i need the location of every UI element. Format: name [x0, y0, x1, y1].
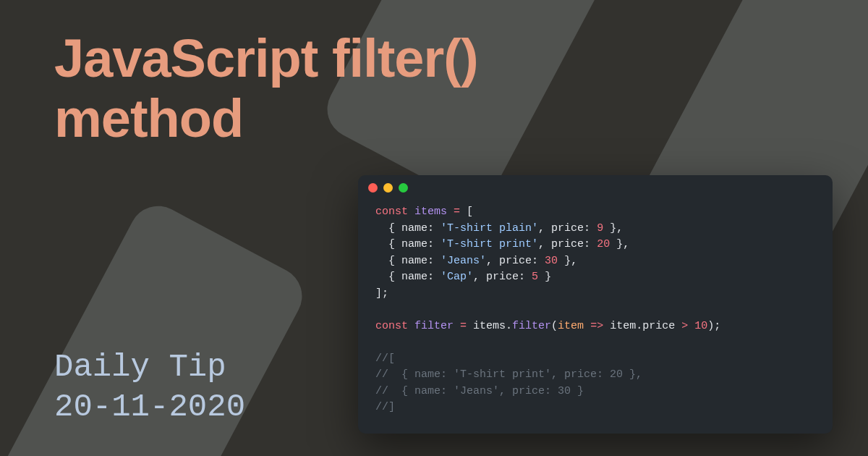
code-token: filter	[408, 320, 460, 332]
page-title: JavaScript filter() method	[54, 29, 604, 149]
code-token: },	[603, 222, 623, 235]
code-token: 'Jeans'	[441, 255, 486, 267]
maximize-icon	[399, 183, 408, 193]
code-token: }	[538, 271, 551, 283]
code-token: name	[401, 222, 427, 235]
code-token: :	[584, 222, 597, 235]
code-token: {	[375, 255, 401, 267]
code-token: const	[375, 206, 408, 218]
close-icon	[368, 183, 378, 193]
code-comment: // { name: 'T-shirt print', price: 20 },	[375, 368, 642, 381]
subtitle-line2: 20-11-2020	[54, 387, 245, 427]
code-token: },	[558, 255, 577, 267]
code-token: ,	[538, 222, 551, 235]
code-token: 5	[532, 271, 538, 283]
code-token: 10	[694, 320, 707, 332]
code-token: name	[401, 271, 427, 283]
code-token: 20	[597, 238, 610, 250]
subtitle-line1: Daily Tip	[54, 347, 245, 387]
code-token: ,	[486, 255, 499, 267]
content: JavaScript filter() method Daily Tip 20-…	[0, 0, 868, 456]
window-titlebar	[358, 175, 833, 200]
code-token: :	[532, 255, 545, 267]
code-token: name	[401, 255, 427, 267]
code-token: :	[427, 271, 441, 283]
code-token: 'T-shirt print'	[441, 238, 538, 250]
code-token: );	[707, 320, 720, 332]
code-token: :	[427, 255, 441, 267]
code-token: },	[610, 238, 629, 250]
code-token: items	[408, 206, 454, 218]
code-comment: //[	[375, 352, 395, 365]
code-token: price	[551, 238, 584, 250]
code-token: .	[506, 320, 512, 332]
code-token: {	[375, 271, 401, 283]
code-token: [	[467, 206, 473, 218]
code-comment: // { name: 'Jeans', price: 30 }	[375, 385, 584, 397]
code-token: item	[610, 320, 636, 332]
code-token: {	[375, 222, 401, 235]
code-token: :	[427, 222, 441, 235]
code-token: ,	[473, 271, 486, 283]
code-token: :	[427, 238, 441, 250]
code-comment: //]	[375, 401, 395, 413]
code-token: item	[558, 320, 584, 332]
code-token: 'Cap'	[441, 271, 473, 283]
code-token: =	[454, 206, 467, 218]
code-token: :	[519, 271, 532, 283]
code-token: 9	[597, 222, 603, 235]
code-token: price	[499, 255, 532, 267]
subtitle: Daily Tip 20-11-2020	[54, 347, 245, 427]
code-token: =>	[584, 320, 610, 332]
code-token: >	[675, 320, 694, 332]
code-token: =	[460, 320, 473, 332]
code-body: const items = [ { name: 'T-shirt plain',…	[358, 200, 833, 434]
code-token: .	[636, 320, 642, 332]
code-token: name	[401, 238, 427, 250]
code-token: filter	[512, 320, 551, 332]
code-token: const	[375, 320, 408, 332]
code-token: price	[551, 222, 584, 235]
code-token: price	[486, 271, 519, 283]
code-token: items	[473, 320, 506, 332]
code-token: {	[375, 238, 401, 250]
code-token: ,	[538, 238, 551, 250]
code-token: price	[642, 320, 675, 332]
code-token: ];	[375, 287, 388, 300]
code-token: :	[584, 238, 597, 250]
code-token: 'T-shirt plain'	[441, 222, 538, 235]
code-token: (	[551, 320, 558, 332]
code-window: const items = [ { name: 'T-shirt plain',…	[358, 175, 833, 434]
minimize-icon	[383, 183, 393, 193]
code-token: 30	[545, 255, 558, 267]
